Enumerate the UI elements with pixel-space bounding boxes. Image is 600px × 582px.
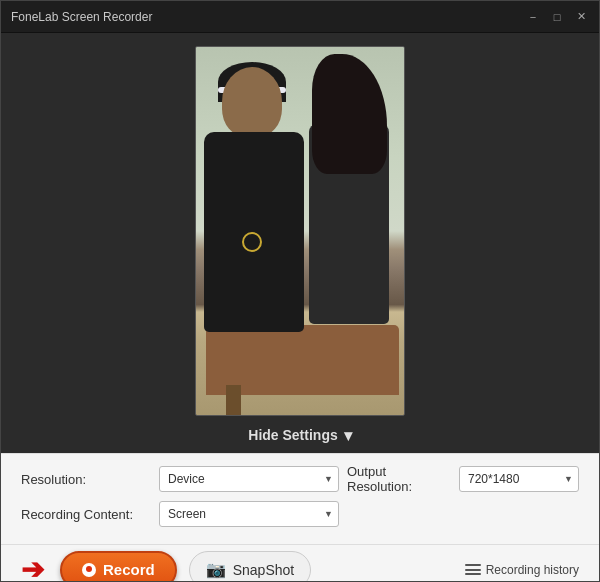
hide-settings-row[interactable]: Hide Settings ▾: [248, 416, 351, 453]
video-preview: [195, 46, 405, 416]
recording-content-label: Recording Content:: [21, 507, 151, 522]
resolution-select[interactable]: Device Custom: [159, 466, 339, 492]
output-resolution-select-wrapper: 720*1480 1080*1920 480*854: [459, 466, 579, 492]
video-frame: [196, 47, 404, 415]
titlebar: FoneLab Screen Recorder − □ ✕: [1, 1, 599, 33]
recording-content-row: Recording Content: Screen Window Region: [21, 501, 579, 527]
p1-necklace: [242, 232, 262, 252]
snapshot-button[interactable]: 📷 SnapShot: [189, 551, 312, 583]
person2: [304, 62, 399, 402]
settings-panel: Resolution: Device Custom Output Resolut…: [1, 453, 599, 544]
camera-icon: 📷: [206, 560, 226, 579]
scene: [196, 47, 404, 415]
resolution-row: Resolution: Device Custom Output Resolut…: [21, 464, 579, 494]
record-label: Record: [103, 561, 155, 578]
maximize-button[interactable]: □: [549, 9, 565, 25]
recording-content-select-wrapper: Screen Window Region: [159, 501, 339, 527]
resolution-select-wrapper: Device Custom: [159, 466, 339, 492]
close-button[interactable]: ✕: [573, 9, 589, 25]
record-button[interactable]: Record: [60, 551, 177, 583]
main-content: Hide Settings ▾: [1, 33, 599, 453]
p1-head: [222, 67, 282, 137]
recording-history-button[interactable]: Recording history: [465, 563, 579, 577]
menu-icon: [465, 564, 481, 575]
record-dot-icon: [82, 563, 96, 577]
p1-body: [204, 132, 304, 332]
output-resolution-select[interactable]: 720*1480 1080*1920 480*854: [459, 466, 579, 492]
arrow-icon: ➔: [21, 553, 44, 582]
hide-settings-label: Hide Settings: [248, 427, 337, 443]
resolution-label: Resolution:: [21, 472, 151, 487]
recording-history-label: Recording history: [486, 563, 579, 577]
snapshot-label: SnapShot: [233, 562, 295, 578]
output-resolution-label: Output Resolution:: [347, 464, 445, 494]
person1: [204, 67, 314, 397]
app-title: FoneLab Screen Recorder: [11, 10, 152, 24]
minimize-button[interactable]: −: [525, 9, 541, 25]
bottom-toolbar: ➔ Record 📷 SnapShot Recording history: [1, 544, 599, 582]
chevron-down-icon: ▾: [344, 426, 352, 445]
recording-content-select[interactable]: Screen Window Region: [159, 501, 339, 527]
p2-hair: [312, 54, 387, 174]
window-controls: − □ ✕: [525, 9, 589, 25]
